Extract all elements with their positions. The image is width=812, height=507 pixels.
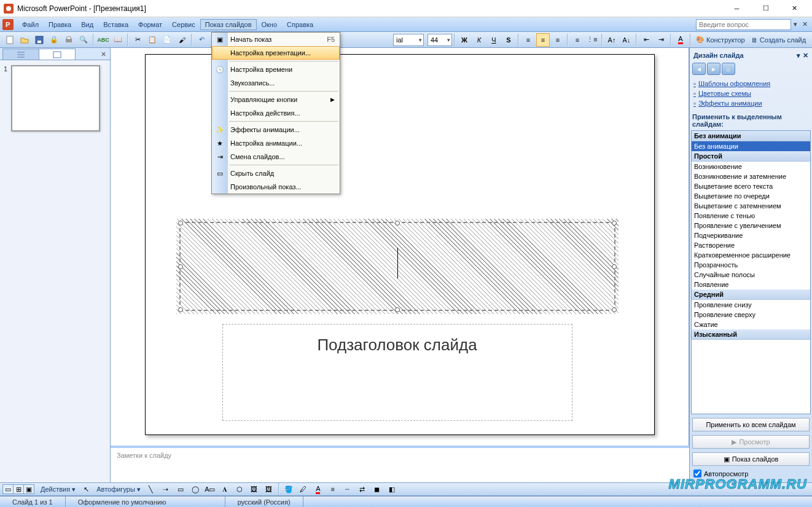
anim-item[interactable]: Сжатие (692, 320, 810, 329)
anim-item[interactable]: Проявление сверху (692, 310, 810, 320)
slideshow-button[interactable]: ▣Показ слайдов (692, 452, 810, 466)
normal-view-button[interactable]: ▭ (2, 484, 14, 494)
preview-button[interactable]: ▶Просмотр (692, 435, 810, 449)
menu-action-settings[interactable]: Настройка действия... (212, 106, 340, 120)
align-center-button[interactable]: ≡ (536, 33, 550, 47)
anim-item[interactable]: Возникновение и затемнение (692, 171, 810, 181)
print-button[interactable] (62, 33, 76, 47)
menu-setup-show[interactable]: Настройка презентации... (212, 46, 340, 60)
outline-tab[interactable] (2, 49, 39, 60)
wordart-tool[interactable]: 𝐀 (218, 482, 232, 496)
notes-pane[interactable]: Заметки к слайду (111, 446, 689, 482)
anim-item[interactable]: Выцветание по очереди (692, 191, 810, 201)
menu-custom-show[interactable]: Произвольный показ... (212, 180, 340, 194)
menu-tools[interactable]: Сервис (167, 19, 200, 30)
arrow-tool[interactable]: ➝ (159, 482, 173, 496)
anim-item[interactable]: Выцветание с затемнением (692, 201, 810, 211)
anim-item[interactable]: Прозрачность (692, 260, 810, 270)
color-schemes-link[interactable]: ▫Цветовые схемы (692, 88, 810, 98)
slide-canvas[interactable]: Подзаголовок слайда (111, 48, 689, 446)
slides-tab[interactable] (39, 49, 76, 60)
font-color-button[interactable]: A (674, 33, 687, 47)
font-color-tool[interactable]: A (311, 482, 325, 496)
new-button[interactable] (3, 33, 17, 47)
clipart-tool[interactable]: 🖼 (248, 482, 261, 496)
menu-hide-slide[interactable]: ▭ Скрыть слайд (212, 167, 340, 180)
menu-insert[interactable]: Вставка (98, 19, 133, 30)
rectangle-tool[interactable]: ▭ (174, 482, 187, 496)
minimize-button[interactable]: ─ (723, 2, 751, 15)
menu-action-buttons[interactable]: Управляющие кнопки ▶ (212, 93, 340, 106)
menu-animation-effects[interactable]: ✨ Эффекты анимации... (212, 123, 340, 136)
align-left-button[interactable]: ≡ (521, 33, 535, 47)
menu-edit[interactable]: Правка (44, 19, 76, 30)
increase-indent-button[interactable]: ⇥ (654, 33, 668, 47)
apply-all-button[interactable]: Применить ко всем слайдам (692, 418, 810, 431)
open-button[interactable] (18, 33, 31, 47)
paste-button[interactable]: 📄 (160, 33, 174, 47)
shadow-tool[interactable]: ◼ (370, 482, 384, 496)
anim-item[interactable]: Проявление с увеличением (692, 221, 810, 230)
anim-item[interactable]: Случайные полосы (692, 270, 810, 280)
actions-menu[interactable]: Действия▾ (37, 482, 79, 496)
italic-button[interactable]: К (472, 33, 486, 47)
anim-item[interactable]: Появление (692, 280, 810, 289)
arrow-style-tool[interactable]: ⇄ (356, 482, 369, 496)
format-painter-button[interactable]: 🖌 (175, 33, 189, 47)
picture-tool[interactable]: 🖼 (262, 482, 276, 496)
anim-item-none[interactable]: Без анимации (692, 141, 810, 151)
increase-font-button[interactable]: A↑ (605, 33, 619, 47)
anim-item[interactable]: Подчеркивание (692, 230, 810, 240)
help-search-input[interactable] (696, 19, 791, 30)
pane-close-button[interactable]: ✕ (803, 52, 808, 60)
font-size-combo[interactable]: 44 (427, 34, 452, 46)
line-tool[interactable]: ╲ (144, 482, 158, 496)
thumbnail[interactable] (11, 65, 100, 132)
pane-dropdown-icon[interactable]: ▾ (797, 52, 800, 60)
line-style-tool[interactable]: ≡ (326, 482, 340, 496)
menu-view[interactable]: Вид (76, 19, 98, 30)
decrease-indent-button[interactable]: ⇤ (639, 33, 653, 47)
undo-button[interactable]: ↶ (195, 33, 208, 47)
help-dropdown-icon[interactable]: ▾ (794, 20, 797, 28)
menu-record-narration[interactable]: Звукозапись... (212, 76, 340, 90)
sorter-view-button[interactable]: ⊞ (13, 484, 24, 494)
decrease-font-button[interactable]: A↓ (620, 33, 633, 47)
spelling-button[interactable]: ABC (96, 33, 110, 47)
fill-color-tool[interactable]: 🪣 (282, 482, 295, 496)
menu-start-show[interactable]: ▣ Начать показ F5 (212, 33, 340, 46)
anim-item[interactable]: Проявление снизу (692, 300, 810, 310)
close-panel-button[interactable]: ✕ (97, 49, 110, 60)
preview-button[interactable]: 🔍 (77, 33, 90, 47)
bullets-button[interactable]: ⋮≡ (585, 33, 599, 47)
menu-rehearse[interactable]: 🕓 Настройка времени (212, 63, 340, 76)
menu-slide-transition[interactable]: ⇥ Смена слайдов... (212, 150, 340, 163)
templates-link[interactable]: ▫Шаблоны оформления (692, 79, 810, 88)
dash-style-tool[interactable]: ┈ (341, 482, 354, 496)
select-tool[interactable]: ↖ (79, 482, 93, 496)
menu-slideshow[interactable]: Показ слайдов (200, 19, 257, 30)
doc-close-button[interactable]: ✕ (800, 20, 810, 29)
animation-effects-link[interactable]: ▫Эффекты анимации (692, 98, 810, 108)
cut-button[interactable]: ✂ (131, 33, 144, 47)
anim-item[interactable]: Выцветание всего текста (692, 181, 810, 191)
animation-list[interactable]: Без анимации Без анимации Простой Возник… (691, 130, 811, 414)
3d-tool[interactable]: ◧ (385, 482, 399, 496)
anim-item[interactable]: Появление с тенью (692, 211, 810, 221)
nav-forward-button[interactable]: ► (707, 63, 720, 75)
autoshapes-menu[interactable]: Автофигуры▾ (93, 482, 144, 496)
design-button[interactable]: 🎨 Конструктор (693, 33, 748, 47)
underline-button[interactable]: Ч (487, 33, 501, 47)
menu-custom-animation[interactable]: ★ Настройка анимации... (212, 136, 340, 150)
thumbnail-item[interactable]: 1 (4, 65, 106, 132)
textbox-tool[interactable]: A▭ (203, 482, 217, 496)
new-slide-button[interactable]: 🗎 Создать слайд (748, 33, 809, 47)
anim-item[interactable]: Кратковременное расширение (692, 250, 810, 260)
menu-help[interactable]: Справка (282, 19, 318, 30)
anim-item[interactable]: Возникновение (692, 162, 810, 171)
title-placeholder[interactable] (179, 222, 615, 311)
diagram-tool[interactable]: ⬡ (233, 482, 246, 496)
menu-format[interactable]: Формат (133, 19, 167, 30)
align-right-button[interactable]: ≡ (551, 33, 564, 47)
menu-window[interactable]: Окно (257, 19, 283, 30)
